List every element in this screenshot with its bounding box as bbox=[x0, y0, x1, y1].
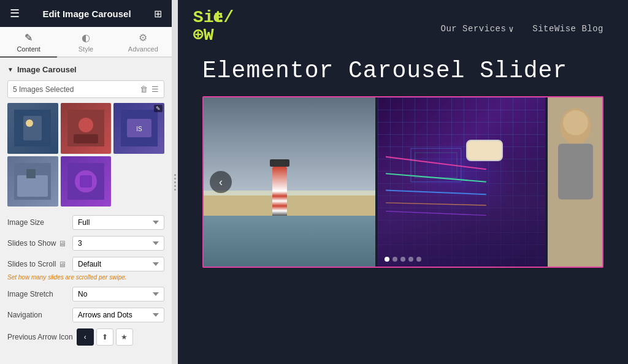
sea-bg bbox=[204, 216, 375, 267]
svg-rect-5 bbox=[74, 134, 98, 143]
svg-text:e/: e/ bbox=[213, 7, 234, 27]
navigation-select[interactable]: Arrows and Dots None Arrows Dots bbox=[72, 308, 164, 322]
services-label: Our Services bbox=[441, 24, 507, 34]
resize-dot bbox=[174, 178, 176, 180]
delete-images-icon[interactable]: 🗑 bbox=[140, 85, 148, 94]
svg-line-21 bbox=[386, 203, 486, 205]
preview-content: Elementor Carousel Slider bbox=[178, 58, 628, 364]
images-selected-text: 5 Images Selected bbox=[13, 85, 74, 94]
image-size-label: Image Size bbox=[7, 218, 69, 227]
image-thumb-2[interactable] bbox=[61, 103, 112, 154]
lighthouse-top bbox=[270, 159, 289, 167]
logo-area: Sit e/ ⊕W bbox=[190, 3, 239, 51]
carousel-container: ‹ bbox=[202, 96, 603, 268]
svg-line-18 bbox=[386, 157, 486, 169]
nav-links: Our Services ∨ SiteWise Blog bbox=[441, 24, 603, 34]
advanced-tab-icon: ⚙ bbox=[139, 32, 147, 44]
image-stretch-select[interactable]: No Yes bbox=[72, 287, 164, 301]
preview-panel: Sit e/ ⊕W Our Services ∨ SiteWise Blog E… bbox=[178, 0, 628, 364]
svg-point-28 bbox=[563, 110, 588, 135]
svg-point-2 bbox=[26, 119, 33, 127]
svg-rect-11 bbox=[26, 169, 36, 178]
images-selected-row: 5 Images Selected 🗑 ☰ bbox=[7, 80, 164, 98]
carousel-dot-1[interactable] bbox=[385, 257, 389, 262]
previous-arrow-row: Previous Arrow Icon ‹ ⬆ ★ bbox=[7, 328, 164, 346]
carousel-dot-4[interactable] bbox=[408, 257, 413, 262]
svg-point-4 bbox=[78, 118, 93, 132]
resize-handle[interactable] bbox=[172, 0, 178, 364]
image-thumb-3[interactable]: IS ✎ bbox=[113, 103, 164, 154]
image-thumb-4[interactable] bbox=[7, 156, 58, 207]
nav-bar: Sit e/ ⊕W Our Services ∨ SiteWise Blog bbox=[178, 0, 628, 58]
carousel-slides bbox=[204, 97, 602, 267]
slide-image-vr bbox=[378, 97, 545, 267]
lighthouse-shape bbox=[272, 167, 287, 216]
services-dropdown-icon: ∨ bbox=[508, 24, 514, 34]
slides-to-scroll-select[interactable]: Default 1 2 3 bbox=[72, 257, 164, 271]
list-images-icon[interactable]: ☰ bbox=[151, 85, 159, 94]
slides-scroll-icon: 🖥 bbox=[58, 260, 66, 269]
svg-rect-10 bbox=[17, 175, 48, 197]
carousel-dot-5[interactable] bbox=[416, 257, 421, 262]
neon-lines-svg bbox=[386, 131, 486, 233]
logo-svg: Sit e/ ⊕W bbox=[190, 3, 239, 49]
image-stretch-label: Image Stretch bbox=[7, 290, 69, 298]
navigation-label: Navigation bbox=[7, 311, 69, 319]
tab-content-label: Content bbox=[17, 45, 40, 53]
image-thumb-1[interactable] bbox=[7, 103, 58, 154]
resize-dot bbox=[174, 185, 176, 187]
slides-to-show-select[interactable]: 3 1 2 4 5 bbox=[72, 236, 164, 251]
tab-content[interactable]: ✎ Content bbox=[0, 27, 57, 58]
carousel-prev-button[interactable]: ‹ bbox=[210, 171, 232, 193]
svg-line-22 bbox=[386, 211, 486, 216]
panel-title: Edit Image Carousel bbox=[42, 9, 131, 19]
images-selected-icons: 🗑 ☰ bbox=[140, 85, 159, 94]
resize-dot bbox=[174, 181, 176, 183]
tab-advanced-label: Advanced bbox=[128, 45, 158, 53]
image-size-row: Image Size Full Large Medium Thumbnail bbox=[7, 215, 164, 230]
slides-scroll-hint: Set how many slides are scrolled per swi… bbox=[7, 274, 164, 281]
edit-thumb-icon[interactable]: ✎ bbox=[154, 105, 163, 112]
slide-image-person bbox=[548, 97, 603, 267]
arrow-btn-upload[interactable]: ⬆ bbox=[96, 328, 113, 346]
slides-to-show-label: Slides to Show 🖥 bbox=[7, 239, 69, 248]
nav-link-blog[interactable]: SiteWise Blog bbox=[532, 24, 603, 34]
svg-rect-1 bbox=[23, 116, 42, 140]
svg-text:IS: IS bbox=[136, 126, 142, 132]
tab-style[interactable]: ◐ Style bbox=[57, 27, 114, 58]
slides-to-scroll-label: Slides to Scroll 🖥 bbox=[7, 260, 69, 269]
carousel-dot-2[interactable] bbox=[392, 257, 397, 262]
svg-text:⊕W: ⊕W bbox=[193, 25, 214, 45]
section-collapse-arrow[interactable]: ▼ bbox=[7, 66, 13, 73]
arrow-btn-star[interactable]: ★ bbox=[116, 328, 133, 346]
beach-bg bbox=[204, 195, 375, 216]
nav-link-services[interactable]: Our Services ∨ bbox=[441, 24, 515, 34]
carousel-slide-3 bbox=[548, 97, 603, 267]
image-size-select[interactable]: Full Large Medium Thumbnail bbox=[72, 215, 164, 230]
resize-dot bbox=[174, 174, 176, 176]
resize-dot bbox=[174, 189, 176, 191]
image-thumbnails-grid: IS ✎ bbox=[7, 103, 164, 207]
tab-advanced[interactable]: ⚙ Advanced bbox=[115, 27, 172, 58]
image-stretch-row: Image Stretch No Yes bbox=[7, 287, 164, 301]
hamburger-icon[interactable]: ☰ bbox=[10, 7, 20, 20]
carousel-dots bbox=[385, 257, 421, 262]
grid-icon[interactable]: ⊞ bbox=[154, 8, 162, 20]
arrow-btn-group: ‹ ⬆ ★ bbox=[77, 328, 133, 346]
navigation-row: Navigation Arrows and Dots None Arrows D… bbox=[7, 308, 164, 322]
svg-rect-27 bbox=[558, 143, 593, 199]
arrow-btn-left[interactable]: ‹ bbox=[77, 328, 94, 346]
svg-rect-14 bbox=[80, 175, 92, 188]
svg-line-20 bbox=[386, 191, 486, 195]
blog-label: SiteWise Blog bbox=[532, 24, 603, 34]
carousel-slide-2 bbox=[378, 97, 545, 267]
slides-show-icon: 🖥 bbox=[58, 239, 66, 248]
carousel-title: Elementor Carousel Slider bbox=[202, 58, 603, 84]
image-thumb-5[interactable] bbox=[61, 156, 112, 207]
content-tab-icon: ✎ bbox=[25, 32, 33, 44]
slides-to-show-row: Slides to Show 🖥 3 1 2 4 5 bbox=[7, 236, 164, 251]
panel-body: ▼ Image Carousel 5 Images Selected 🗑 ☰ bbox=[0, 58, 172, 364]
carousel-dot-3[interactable] bbox=[400, 257, 405, 262]
tab-style-label: Style bbox=[78, 45, 93, 53]
slides-to-scroll-row: Slides to Scroll 🖥 Default 1 2 3 bbox=[7, 257, 164, 271]
